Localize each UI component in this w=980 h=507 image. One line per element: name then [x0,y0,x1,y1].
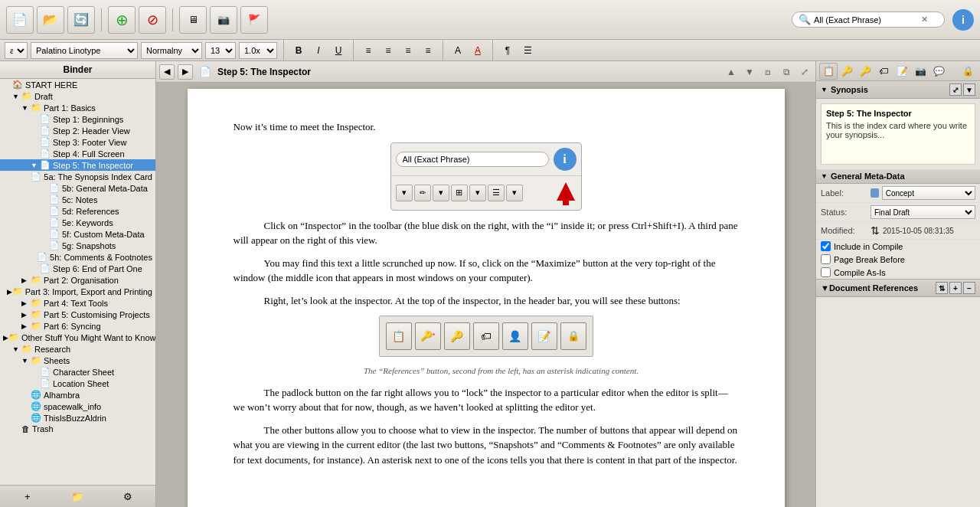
spacing-select[interactable]: 1.0x [239,42,277,59]
camera-button[interactable]: 📷 [210,6,237,34]
binder-item-step5b[interactable]: 📄 5b: General Meta-Data [0,182,155,194]
binder-item-part2[interactable]: ▶ 📁 Part 2: Organisation [0,274,155,286]
search-clear-button[interactable]: ✕ [921,15,928,25]
binder-item-step5g[interactable]: 📄 5g: Snapshots [0,240,155,251]
nav-down-button[interactable]: ▼ [742,64,757,80]
binder-item-part4[interactable]: ▶ 📁 Part 4: Text Tools [0,297,155,309]
insp-widget-icon-7[interactable]: 🔒 [560,322,586,350]
binder-item-step1[interactable]: 📄 Step 1: Beginnings [0,113,155,125]
compile-as-is-checkbox[interactable] [821,267,831,277]
binder-item-charsheet[interactable]: 📄 Character Sheet [0,366,155,378]
binder-item-locsheet[interactable]: 📄 Location Sheet [0,378,155,389]
search-input[interactable] [814,15,921,25]
binder-item-trash[interactable]: 🗑 Trash [0,424,155,434]
binder-item-step5f[interactable]: 📄 5f: Custom Meta-Data [0,228,155,240]
search-widget-input[interactable] [396,152,549,167]
doc-refs-remove-button[interactable]: − [963,282,975,294]
insp-icon-snapshots[interactable]: 📷 [911,63,929,80]
search-widget-dropdown-button[interactable]: ▾ [396,185,413,201]
binder-settings-button[interactable]: ⚙ [119,488,136,505]
align-center-button[interactable]: ≡ [380,42,397,59]
insp-icon-key[interactable]: 🔑 [838,63,856,80]
insp-icon-tag[interactable]: 🔑 [856,63,874,80]
text-color-button[interactable]: A [469,42,486,59]
italic-button[interactable]: I [310,42,327,59]
format-select[interactable]: Normalny [141,42,202,59]
binder-item-step2[interactable]: 📄 Step 2: Header View [0,125,155,136]
insp-icon-synopsis[interactable]: 📋 [819,63,838,80]
nav-expand-button[interactable]: ⤢ [797,64,812,80]
align-right-button[interactable]: ≡ [400,42,416,59]
synopsis-section-header[interactable]: ▼ Synopsis ⤢ ▼ [816,81,980,99]
open-button[interactable]: 📂 [37,6,64,34]
binder-item-spacewalk[interactable]: 🌐 spacewalk_info [0,401,155,412]
style-button[interactable]: ¶ [499,42,516,59]
insp-widget-icon-1[interactable]: 📋 [386,322,412,350]
binder-item-research[interactable]: ▼ 📁 Research [0,343,155,355]
search-widget-grid-dropdown[interactable]: ▾ [469,185,486,201]
binder-item-part5[interactable]: ▶ 📁 Part 5: Customising Projects [0,309,155,320]
doc-refs-section-header[interactable]: ▼ Document References ⇅ + − [816,279,980,297]
label-select[interactable]: Concept [882,186,975,200]
binder-item-alhambra[interactable]: 🌐 Alhambra [0,389,155,401]
search-widget-list-button[interactable]: ☰ [488,185,505,201]
status-select[interactable]: Final Draft [871,205,975,219]
align-justify-button[interactable]: ≡ [420,42,436,59]
insp-widget-icon-5[interactable]: 👤 [502,322,528,350]
search-widget-pen-button[interactable]: ✏ [414,185,431,201]
search-widget-list-dropdown[interactable]: ▾ [506,185,523,201]
editor-scroll-area[interactable]: Now it’s time to meet the Inspector. i ▾… [156,83,815,507]
binder-item-thisis[interactable]: 🌐 ThisIsBuzzAldrin [0,412,155,424]
insp-widget-icon-2[interactable]: 🔑* [415,322,441,350]
page-break-checkbox[interactable] [821,254,831,264]
nav-split-h-button[interactable]: ⧈ [760,64,776,80]
no-button[interactable]: ⊘ [139,6,166,34]
insp-widget-icon-3[interactable]: 🔑 [444,322,470,350]
synopsis-down-button[interactable]: ▼ [963,83,975,96]
nav-back-button[interactable]: ◀ [159,64,175,80]
style-select[interactable]: a [5,42,28,59]
size-select[interactable]: 13 [205,42,236,59]
insp-widget-icon-6[interactable]: 📝 [531,322,557,350]
info-button[interactable]: i [952,9,974,31]
binder-item-part6[interactable]: ▶ 📁 Part 6: Syncing [0,320,155,332]
sync-button[interactable]: 🔄 [67,6,95,34]
align-left-button[interactable]: ≡ [360,42,377,59]
list-button[interactable]: ☰ [519,42,536,59]
font-select[interactable]: Palatino Linotype [31,42,138,59]
binder-item-part1[interactable]: ▼ 📁 Part 1: Basics [0,102,155,113]
add-button[interactable]: ⊕ [108,6,136,34]
binder-item-draft[interactable]: ▼ 📁 Draft [0,90,155,102]
insp-icon-notes[interactable]: 📝 [893,63,911,80]
synopsis-expand-button[interactable]: ⤢ [949,83,962,96]
flag-button[interactable]: 🚩 [240,6,268,34]
doc-refs-add-button[interactable]: + [949,282,962,294]
insp-lock-icon[interactable]: 🔒 [959,63,977,80]
binder-item-part3[interactable]: ▶ 📁 Part 3: Import, Export and Printing [0,286,155,297]
binder-item-other[interactable]: ▶ 📁 Other Stuff You Might Want to Know [0,332,155,343]
insp-icon-comments[interactable]: 💬 [929,63,948,80]
binder-item-step5e[interactable]: 📄 5e: Keywords [0,217,155,228]
binder-item-sheets[interactable]: ▼ 📁 Sheets [0,355,155,366]
screen-button[interactable]: 🖥 [179,6,207,34]
binder-item-step6[interactable]: 📄 Step 6: End of Part One [0,263,155,274]
search-widget-pen-dropdown[interactable]: ▾ [433,185,449,201]
binder-item-step4[interactable]: 📄 Step 4: Full Screen [0,148,155,159]
binder-item-step5a[interactable]: 📄 5a: The Synopsis Index Card [0,171,155,182]
binder-item-step5c[interactable]: 📄 5c: Notes [0,194,155,205]
nav-forward-button[interactable]: ▶ [178,64,193,80]
highlight-button[interactable]: A [449,42,466,59]
search-widget-info-button[interactable]: i [554,148,577,171]
new-file-button[interactable]: 📄 [6,6,34,34]
meta-section-header[interactable]: ▼ General Meta-Data [816,169,980,184]
binder-item-step5[interactable]: ▼ 📄 Step 5: The Inspector [0,159,155,171]
nav-split-v-button[interactable]: ⧉ [779,64,794,80]
binder-folder-button[interactable]: 📁 [69,488,86,505]
binder-item-step5h[interactable]: 📄 5h: Comments & Footnotes [0,251,155,263]
underline-button[interactable]: U [330,42,347,59]
binder-item-start[interactable]: 🏠 START HERE [0,79,155,90]
binder-add-button[interactable]: + [19,488,36,505]
binder-item-step3[interactable]: 📄 Step 3: Footer View [0,136,155,148]
bold-button[interactable]: B [290,42,307,59]
search-widget-grid-button[interactable]: ⊞ [451,185,468,201]
